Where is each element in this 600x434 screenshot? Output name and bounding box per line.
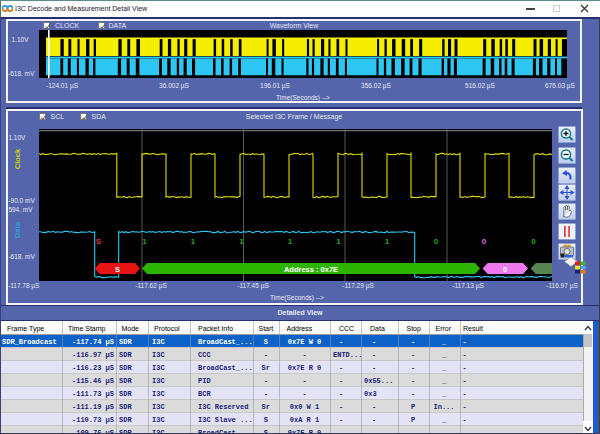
svg-text:0: 0 [482, 237, 487, 246]
svg-text:S: S [115, 265, 120, 274]
svg-text:0: 0 [531, 237, 536, 246]
svg-text:1: 1 [288, 237, 293, 246]
svg-text:Clock: Clock [13, 148, 22, 169]
svg-text:0: 0 [503, 265, 507, 274]
svg-text:Address : 0x7E: Address : 0x7E [284, 265, 338, 274]
svg-text:1: 1 [142, 237, 147, 246]
svg-text:1: 1 [191, 237, 196, 246]
svg-text:Data: Data [13, 221, 22, 238]
svg-text:1: 1 [385, 237, 390, 246]
svg-text:S: S [96, 237, 102, 246]
svg-text:1: 1 [336, 237, 341, 246]
svg-text:1: 1 [239, 237, 244, 246]
svg-text:0: 0 [434, 237, 439, 246]
